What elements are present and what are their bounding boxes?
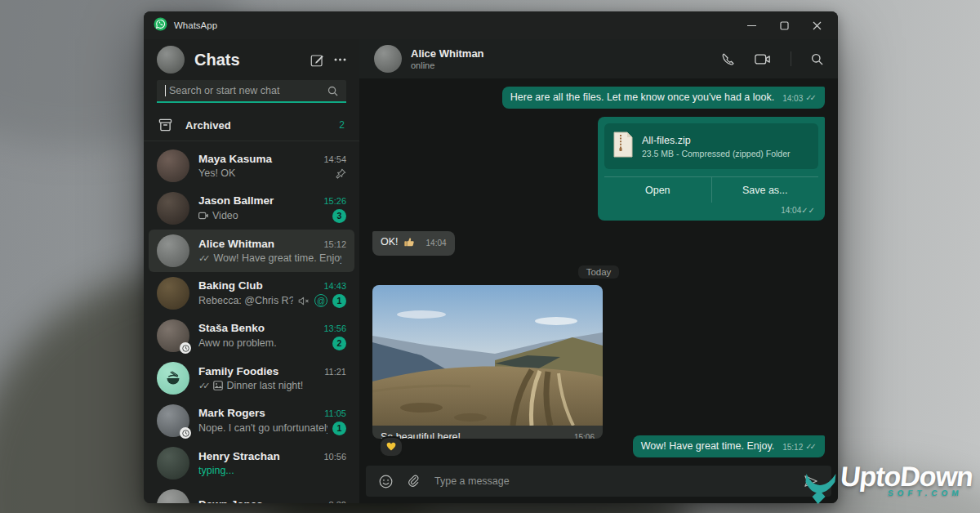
file-message[interactable]: All-files.zip 23.5 MB - Compressed (zipp… <box>598 117 825 221</box>
read-receipt-icon: ✓✓ <box>198 253 210 264</box>
chat-avatar <box>157 277 189 310</box>
chat-name: Alice Whitman <box>198 238 318 250</box>
read-receipt-icon: ✓✓ <box>198 381 210 391</box>
chat-name: Staša Benko <box>198 322 318 334</box>
outgoing-message[interactable]: Wow! Have great time. Enjoy.15:12✓✓ <box>633 435 825 457</box>
chat-name: Family Foodies <box>198 365 319 377</box>
chat-time: 15:12 <box>323 239 346 249</box>
new-chat-button[interactable] <box>310 53 324 67</box>
thumbs-up-icon <box>403 236 415 250</box>
chat-time: 14:43 <box>323 281 346 291</box>
chat-time: 11:21 <box>324 367 346 377</box>
voice-call-icon[interactable] <box>721 52 735 66</box>
read-receipt-icon: ✓✓ <box>805 442 817 451</box>
attach-icon[interactable] <box>408 475 420 488</box>
unread-badge: 2 <box>332 337 346 350</box>
chat-name: Jason Ballmer <box>198 194 318 207</box>
incoming-message[interactable]: OK! 14:04 <box>372 231 455 256</box>
chat-list-item[interactable]: Family Foodies 11:21 ✓✓Dinner last night… <box>149 357 354 399</box>
message-area: Here are all the files. Let me know once… <box>359 78 838 457</box>
chat-list-item[interactable]: Maya Kasuma 14:54 Yes! OK <box>149 145 354 187</box>
file-meta: 23.5 MB - Compressed (zipped) Folder <box>642 149 791 158</box>
message-text: Here are all the files. Let me know once… <box>510 91 774 103</box>
chat-name: Maya Kasuma <box>198 153 318 165</box>
message-text: Wow! Have great time. Enjoy. <box>641 440 775 452</box>
whatsapp-logo-icon <box>154 17 167 34</box>
chat-list-item[interactable]: Henry Strachan 10:56 typing... <box>149 442 354 484</box>
message-time: 14:04 <box>781 206 801 215</box>
outgoing-message[interactable]: Here are all the files. Let me know once… <box>502 87 825 109</box>
chat-list-item[interactable]: Baking Club 14:43 Rebecca: @Chris R? @1 <box>149 272 354 314</box>
contact-avatar[interactable] <box>374 45 402 73</box>
chat-list-item[interactable]: Jason Ballmer 15:26 Video 3 <box>149 187 354 230</box>
chat-preview: Rebecca: @Chris R? <box>198 295 293 306</box>
read-receipt-icon: ✓✓ <box>805 93 817 102</box>
chat-list-item[interactable]: Dawn Jones 8:32 <box>149 484 354 503</box>
message-composer[interactable]: Type a message <box>366 466 831 497</box>
chat-avatar <box>157 234 189 267</box>
file-name: All-files.zip <box>642 135 791 146</box>
group-avatar-noodles-icon <box>157 362 189 395</box>
message-time: 14:04 <box>426 239 447 248</box>
conversation-panel: Alice Whitman online <box>359 39 838 503</box>
message-text: OK! <box>381 236 399 248</box>
chat-name: Dawn Jones <box>198 498 324 503</box>
maximize-button[interactable] <box>768 13 800 38</box>
chat-time: 10:56 <box>323 452 346 462</box>
chat-preview: Yes! OK <box>198 167 331 179</box>
chat-time: 14:54 <box>323 154 346 164</box>
chat-time: 15:26 <box>323 196 346 206</box>
promo-background: WhatsApp Chats <box>0 0 980 513</box>
open-button[interactable]: Open <box>604 177 712 203</box>
clock-badge-icon <box>180 427 191 439</box>
chat-preview: Nope. I can't go unfortunately. <box>198 422 327 434</box>
chat-preview: Aww no problem. <box>198 337 327 349</box>
mute-icon <box>298 297 310 306</box>
menu-button[interactable] <box>334 58 346 61</box>
chat-list-item[interactable]: Staša Benko 13:56 Aww no problem. 2 <box>149 314 354 357</box>
message-time: 15:12 <box>782 443 803 452</box>
sidebar-header: Chats <box>144 39 359 78</box>
landscape-photo <box>372 285 603 426</box>
search-input[interactable]: Search or start new chat <box>157 80 346 103</box>
photo-icon <box>213 381 223 390</box>
conversation-header: Alice Whitman online <box>359 39 838 78</box>
search-in-chat-icon[interactable] <box>811 53 823 65</box>
minimize-button[interactable] <box>735 13 768 38</box>
archived-label: Archived <box>185 119 326 132</box>
save-as-button[interactable]: Save as... <box>712 177 819 203</box>
search-placeholder: Search or start new chat <box>169 85 327 96</box>
archived-row[interactable]: Archived 2 <box>144 111 359 141</box>
chat-list: Maya Kasuma 14:54 Yes! OK Jason Ballmer … <box>144 141 359 503</box>
window-title: WhatsApp <box>174 20 217 30</box>
file-attachment[interactable]: All-files.zip 23.5 MB - Compressed (zipp… <box>604 123 818 169</box>
zip-file-icon <box>612 132 634 161</box>
uptodown-logo-icon <box>801 471 838 508</box>
profile-avatar[interactable] <box>157 46 185 74</box>
emoji-icon[interactable] <box>379 475 393 488</box>
date-divider: Today <box>578 265 620 279</box>
close-button[interactable] <box>800 13 833 38</box>
yellow-heart-icon <box>386 439 396 454</box>
chat-list-item[interactable]: Alice Whitman 15:12 ✓✓Wow! Have great ti… <box>149 230 354 272</box>
chat-name: Mark Rogers <box>198 407 319 419</box>
chat-time: 8:32 <box>329 500 346 503</box>
chats-title: Chats <box>194 51 301 69</box>
photo-message[interactable]: So beautiful here! 15:06 <box>372 285 603 439</box>
header-divider <box>791 51 791 66</box>
chat-list-item[interactable]: Mark Rogers 11:05 Nope. I can't go unfor… <box>149 399 354 442</box>
chat-preview: typing... <box>198 465 341 476</box>
video-call-icon[interactable] <box>755 53 771 65</box>
watermark-brand: UptoDown <box>839 462 974 490</box>
reaction-pill[interactable] <box>379 436 403 457</box>
chat-avatar <box>157 192 189 225</box>
read-receipt-icon: ✓✓ <box>801 206 815 215</box>
sidebar: Chats Search or start new chat <box>144 39 359 503</box>
chat-name: Baking Club <box>198 279 318 292</box>
unread-badge: 1 <box>332 294 346 308</box>
archived-count: 2 <box>339 119 345 131</box>
contact-name[interactable]: Alice Whitman <box>411 47 712 60</box>
archive-icon <box>158 118 172 132</box>
chat-preview: ✓✓Wow! Have great time. Enjoy. <box>198 252 341 264</box>
chat-avatar <box>157 319 189 352</box>
